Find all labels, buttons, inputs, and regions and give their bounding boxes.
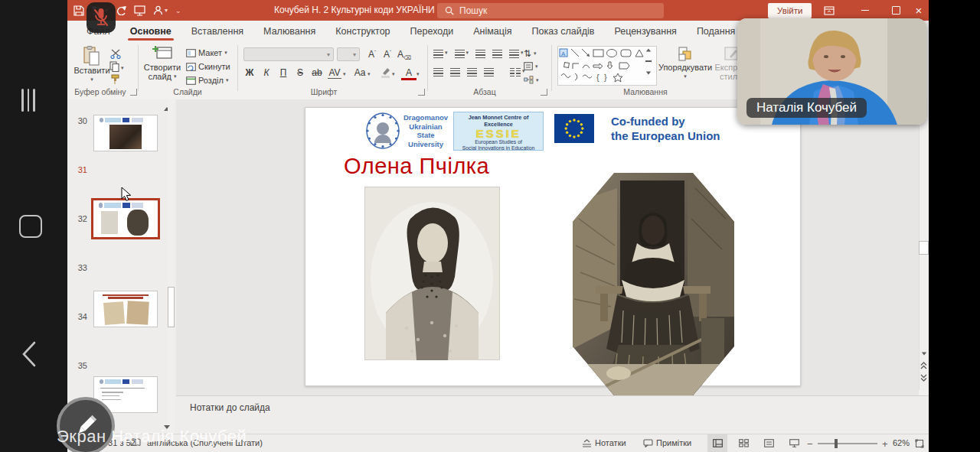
shrink-font-button[interactable]: Аˇ: [380, 49, 395, 60]
clipboard-dialog-launcher[interactable]: [130, 89, 137, 96]
tab-review[interactable]: Рецензування: [604, 21, 686, 42]
slideshow-view-button[interactable]: [784, 434, 804, 452]
comments-toggle[interactable]: Примітки: [643, 438, 691, 447]
highlight-caret[interactable]: ▾: [392, 71, 395, 77]
ribbon-display-options-icon[interactable]: [814, 0, 844, 21]
customize-qat-icon[interactable]: ⌄: [175, 8, 181, 14]
underline-button[interactable]: П: [276, 67, 291, 78]
muted-microphone-indicator[interactable]: [87, 2, 116, 33]
tab-view[interactable]: Подання: [687, 21, 745, 42]
paragraph-dialog-launcher[interactable]: [541, 89, 547, 96]
normal-view-button[interactable]: [707, 434, 727, 452]
reading-view-button[interactable]: [759, 434, 779, 452]
shapes-more[interactable]: [645, 60, 652, 62]
format-painter-icon: [110, 74, 121, 85]
save-icon[interactable]: [74, 5, 84, 16]
tab-animations[interactable]: Анімація: [463, 21, 521, 42]
home-icon[interactable]: [19, 215, 42, 238]
slide-title[interactable]: Олена Пчілка: [344, 154, 489, 179]
strikethrough-button[interactable]: S: [292, 67, 308, 78]
section-button[interactable]: Розділ▾: [186, 76, 228, 85]
share-person-icon[interactable]: [153, 5, 163, 15]
line-spacing-button[interactable]: ▾: [509, 50, 524, 58]
shapes-gallery[interactable]: A: [557, 46, 657, 86]
columns-button[interactable]: ▾: [510, 68, 525, 76]
clear-formatting-button[interactable]: А⌫: [397, 49, 412, 61]
font-name-select[interactable]: ▾: [243, 47, 334, 61]
tab-insert[interactable]: Вставлення: [181, 21, 253, 42]
slide-sorter-view-button[interactable]: [733, 434, 753, 452]
zoom-level[interactable]: 62%: [893, 438, 910, 447]
shapes-scroll-down[interactable]: [645, 71, 652, 75]
recents-icon[interactable]: [21, 89, 41, 112]
subscript-button[interactable]: ab: [309, 67, 325, 78]
tab-slideshow[interactable]: Показ слайдів: [522, 21, 605, 42]
sign-in-button[interactable]: Увійти: [768, 3, 812, 18]
format-painter-button[interactable]: [110, 74, 121, 88]
start-slideshow-icon[interactable]: [134, 5, 145, 16]
highlight-button[interactable]: [380, 67, 391, 81]
reset-button[interactable]: Скинути: [186, 62, 230, 71]
notes-toggle[interactable]: Нотатки: [582, 438, 626, 447]
increase-indent-button[interactable]: [492, 50, 502, 58]
thumbnails-scrollbar-track[interactable]: [168, 99, 175, 434]
arrange-button[interactable]: Упорядкувати ▾: [662, 46, 709, 81]
align-center-button[interactable]: [450, 68, 460, 76]
scroll-down-button[interactable]: [919, 348, 929, 359]
main-scrollbar-thumb[interactable]: [919, 241, 929, 255]
zoom-out-button[interactable]: −: [807, 438, 813, 450]
new-slide-button[interactable]: Створити слайд▾: [142, 46, 182, 81]
layout-button[interactable]: Макет▾: [186, 48, 227, 57]
portrait-photo-right[interactable]: [573, 173, 734, 395]
grow-font-button[interactable]: Аˆ: [364, 49, 380, 60]
slide-canvas[interactable]: Dragomanov Ukrainian State University Je…: [305, 107, 801, 386]
zoom-in-button[interactable]: +: [882, 438, 888, 450]
align-right-button[interactable]: [467, 68, 477, 76]
slide-thumbnail-32[interactable]: [93, 291, 158, 327]
change-case-caret[interactable]: ▾: [368, 71, 371, 77]
font-group-label: Шрифт: [297, 87, 351, 96]
section-icon: [186, 76, 196, 85]
decrease-indent-button[interactable]: [475, 50, 485, 58]
tab-design[interactable]: Конструктор: [325, 21, 400, 42]
minimize-button[interactable]: [850, 0, 880, 21]
numbering-button[interactable]: ▾: [455, 50, 469, 58]
search-box[interactable]: Пошук: [437, 3, 664, 18]
tab-draw[interactable]: Малювання: [253, 21, 325, 42]
next-slide-button[interactable]: [919, 372, 929, 383]
previous-slide-button[interactable]: [919, 360, 929, 371]
justify-button[interactable]: [484, 68, 494, 76]
italic-button[interactable]: К: [259, 67, 274, 78]
slide-thumbnail-31-selected[interactable]: [91, 198, 160, 239]
zoom-slider-thumb[interactable]: [835, 439, 838, 448]
paste-button[interactable]: Вставити ▾: [75, 46, 109, 84]
zoom-slider-track[interactable]: [818, 443, 877, 444]
notes-panel[interactable]: Нотатки до слайда: [176, 395, 929, 434]
font-color-button[interactable]: А: [401, 67, 416, 80]
convert-smartart-button[interactable]: ▾: [524, 76, 539, 84]
redo-icon[interactable]: [116, 5, 126, 15]
font-size-select[interactable]: ▾: [337, 47, 360, 61]
align-text-button[interactable]: ▾: [524, 62, 538, 70]
tab-transitions[interactable]: Переходи: [400, 21, 464, 42]
notes-placeholder[interactable]: Нотатки до слайда: [190, 402, 270, 413]
portrait-photo-left[interactable]: [364, 187, 500, 360]
font-color-caret[interactable]: ▾: [416, 71, 420, 77]
cut-button[interactable]: [110, 48, 122, 62]
character-spacing-button[interactable]: AV: [328, 67, 341, 79]
back-icon[interactable]: [21, 341, 38, 367]
align-left-button[interactable]: [433, 68, 443, 76]
font-dialog-launcher[interactable]: [418, 89, 425, 96]
share-dropdown-caret[interactable]: ▾: [165, 8, 168, 14]
fit-slide-to-window-button[interactable]: [910, 434, 929, 452]
character-spacing-caret[interactable]: ▾: [343, 71, 346, 77]
tab-home[interactable]: Основне: [120, 21, 181, 42]
bold-button[interactable]: Ж: [242, 67, 257, 78]
thumbnails-scrollbar-thumb[interactable]: [168, 287, 175, 327]
slide-thumbnail-30[interactable]: [93, 115, 158, 151]
copy-button[interactable]: ▾: [109, 61, 124, 72]
shapes-scroll-up[interactable]: [645, 48, 652, 52]
bullets-button[interactable]: ▾: [433, 50, 448, 58]
change-case-button[interactable]: Aa: [352, 67, 368, 78]
text-direction-button[interactable]: ⇅▾: [524, 48, 537, 59]
